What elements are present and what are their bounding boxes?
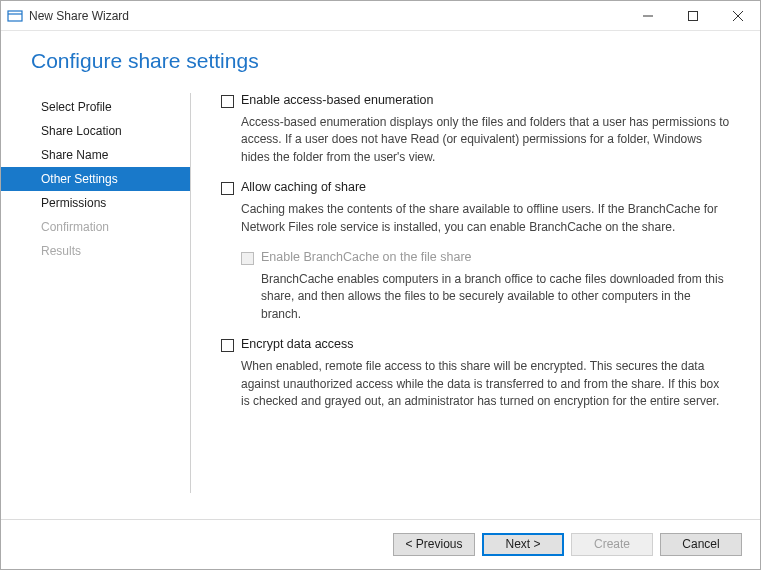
maximize-button[interactable] xyxy=(670,1,715,30)
titlebar: New Share Wizard xyxy=(1,1,760,31)
settings-content: Enable access-based enumeration Access-b… xyxy=(191,83,740,533)
create-button: Create xyxy=(571,533,653,556)
checkbox-allow-caching[interactable] xyxy=(221,182,234,195)
cancel-button[interactable]: Cancel xyxy=(660,533,742,556)
step-select-profile[interactable]: Select Profile xyxy=(1,95,191,119)
svg-rect-0 xyxy=(8,11,22,21)
wizard-steps-sidebar: Select Profile Share Location Share Name… xyxy=(1,83,191,533)
step-other-settings[interactable]: Other Settings xyxy=(1,167,191,191)
window-title: New Share Wizard xyxy=(29,9,625,23)
desc-branchcache: BranchCache enables computers in a branc… xyxy=(241,268,730,337)
minimize-button[interactable] xyxy=(625,1,670,30)
label-branchcache: Enable BranchCache on the file share xyxy=(261,250,472,264)
label-access-based-enumeration: Enable access-based enumeration xyxy=(241,93,433,107)
page-heading: Configure share settings xyxy=(1,31,760,83)
desc-allow-caching: Caching makes the contents of the share … xyxy=(221,198,730,250)
next-button[interactable]: Next > xyxy=(482,533,564,556)
desc-encrypt: When enabled, remote file access to this… xyxy=(221,355,730,424)
step-share-name[interactable]: Share Name xyxy=(1,143,191,167)
app-icon xyxy=(7,8,23,24)
previous-button[interactable]: < Previous xyxy=(393,533,475,556)
label-encrypt: Encrypt data access xyxy=(241,337,354,351)
step-share-location[interactable]: Share Location xyxy=(1,119,191,143)
checkbox-branchcache xyxy=(241,252,254,265)
checkbox-access-based-enumeration[interactable] xyxy=(221,95,234,108)
wizard-footer: < Previous Next > Create Cancel xyxy=(1,519,760,569)
label-allow-caching: Allow caching of share xyxy=(241,180,366,194)
desc-access-based-enumeration: Access-based enumeration displays only t… xyxy=(221,111,730,180)
checkbox-encrypt[interactable] xyxy=(221,339,234,352)
close-button[interactable] xyxy=(715,1,760,30)
step-permissions[interactable]: Permissions xyxy=(1,191,191,215)
step-confirmation: Confirmation xyxy=(1,215,191,239)
step-results: Results xyxy=(1,239,191,263)
svg-rect-3 xyxy=(688,11,697,20)
